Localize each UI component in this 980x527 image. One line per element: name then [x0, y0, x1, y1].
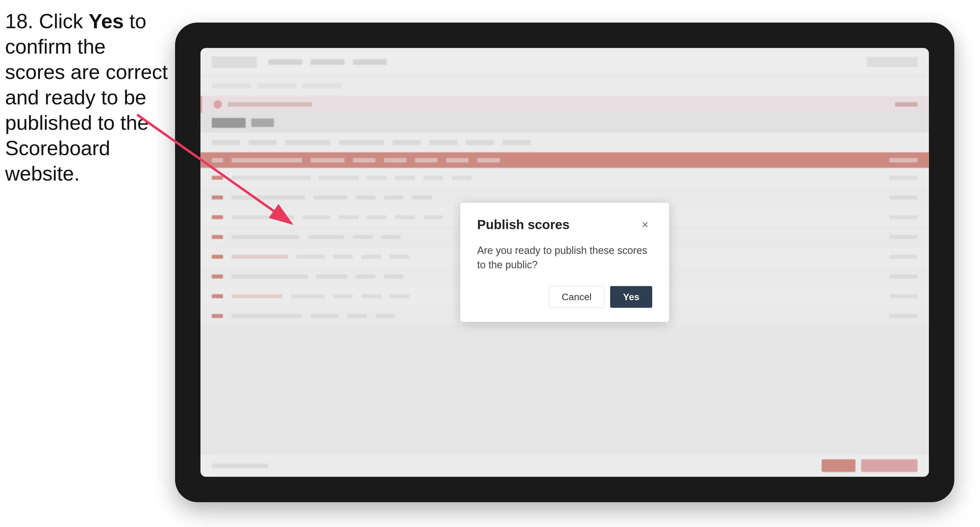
dialog-header: Publish scores × — [477, 217, 652, 232]
dialog-close-button[interactable]: × — [638, 217, 652, 232]
instruction-text-after: to confirm the scores are correct and re… — [5, 10, 168, 185]
step-number: 18. — [5, 10, 33, 32]
yes-button[interactable]: Yes — [610, 286, 652, 308]
dialog-title: Publish scores — [477, 217, 570, 232]
dialog-footer: Cancel Yes — [477, 286, 652, 308]
instruction-text: 18. Click Yes to confirm the scores are … — [5, 8, 169, 186]
cancel-button[interactable]: Cancel — [549, 286, 605, 308]
publish-scores-dialog: Publish scores × Are you ready to publis… — [460, 203, 669, 322]
dialog-body-text: Are you ready to publish these scores to… — [477, 243, 652, 272]
tablet-device: Publish scores × Are you ready to publis… — [175, 22, 954, 502]
instruction-text-before: Click — [33, 10, 89, 32]
dialog-overlay: Publish scores × Are you ready to publis… — [200, 48, 929, 477]
tablet-screen: Publish scores × Are you ready to publis… — [200, 48, 929, 477]
bold-yes: Yes — [89, 10, 124, 32]
